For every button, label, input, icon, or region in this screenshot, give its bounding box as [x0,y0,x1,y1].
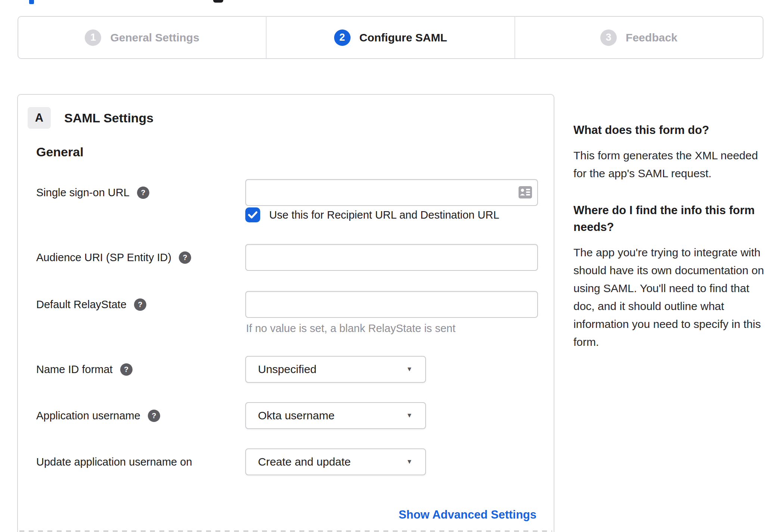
recipient-url-checkbox[interactable] [245,207,260,222]
name-id-format-label: Name ID format [36,363,113,376]
sidebar-answer-1: This form generates the XML needed for t… [573,147,766,182]
update-username-label: Update application username on [36,456,192,468]
panel-header: A SAML Settings [28,107,153,129]
panel-title: SAML Settings [64,111,153,125]
app-username-help-icon[interactable]: ? [148,410,160,422]
relay-state-input[interactable] [245,291,538,318]
app-username-select[interactable]: Okta username ▼ [245,402,426,429]
audience-uri-input[interactable] [245,244,538,271]
sso-url-input[interactable] [245,179,538,206]
checkmark-icon [248,211,258,219]
sso-url-help-icon[interactable]: ? [137,187,149,199]
name-id-format-select[interactable]: Unspecified ▼ [245,356,426,383]
audience-uri-help-icon[interactable]: ? [179,251,191,264]
step-configure-saml[interactable]: 2 Configure SAML [266,17,514,58]
contact-card-icon [519,186,532,198]
app-username-label-row: Application username ? [36,402,160,429]
section-divider-dashed [19,531,552,532]
step-label: Configure SAML [360,31,447,44]
relay-state-hint: If no value is set, a blank RelayState i… [246,322,455,335]
audience-uri-label-row: Audience URI (SP Entity ID) ? [36,244,191,271]
recipient-url-checkbox-row: Use this for Recipient URL and Destinati… [245,207,499,223]
step-feedback[interactable]: 3 Feedback [514,17,763,58]
step-number-badge: 1 [85,29,101,46]
app-username-label: Application username [36,410,140,422]
step-label: General Settings [110,31,199,44]
sidebar-question-1: What does this form do? [573,122,766,138]
help-sidebar: What does this form do? This form genera… [573,122,766,370]
step-general-settings[interactable]: 1 General Settings [18,17,266,58]
update-username-select[interactable]: Create and update ▼ [245,448,426,475]
sidebar-answer-2: The app you're trying to integrate with … [573,244,766,351]
step-number-badge: 3 [600,29,617,46]
audience-uri-label: Audience URI (SP Entity ID) [36,251,171,264]
relay-state-label-row: Default RelayState ? [36,291,146,318]
chevron-down-icon: ▼ [406,412,413,419]
sso-url-label: Single sign-on URL [36,187,130,199]
saml-wizard-screen: 1 General Settings 2 Configure SAML 3 Fe… [0,0,781,532]
relay-state-label: Default RelayState [36,298,127,311]
sidebar-question-2: Where do I find the info this form needs… [573,202,766,235]
general-section-heading: General [36,145,84,159]
name-id-format-help-icon[interactable]: ? [120,363,133,376]
chevron-down-icon: ▼ [406,458,413,466]
wizard-stepper: 1 General Settings 2 Configure SAML 3 Fe… [18,16,763,59]
section-a-badge: A [28,107,51,129]
step-label: Feedback [626,31,677,44]
saml-settings-panel: A SAML Settings General Single sign-on U… [17,94,554,532]
update-username-label-row: Update application username on [36,448,192,475]
name-id-format-label-row: Name ID format ? [36,356,133,383]
app-username-value: Okta username [258,409,335,422]
update-username-value: Create and update [258,456,351,468]
cutoff-logo-fragment [213,0,223,3]
step-number-badge: 2 [334,29,351,46]
relay-state-help-icon[interactable]: ? [134,298,146,311]
cutoff-blue-fragment [29,0,34,4]
sso-url-label-row: Single sign-on URL ? [36,179,149,206]
recipient-url-checkbox-label: Use this for Recipient URL and Destinati… [269,209,499,221]
name-id-format-value: Unspecified [258,363,317,376]
show-advanced-settings-link[interactable]: Show Advanced Settings [399,508,536,522]
chevron-down-icon: ▼ [406,366,413,373]
